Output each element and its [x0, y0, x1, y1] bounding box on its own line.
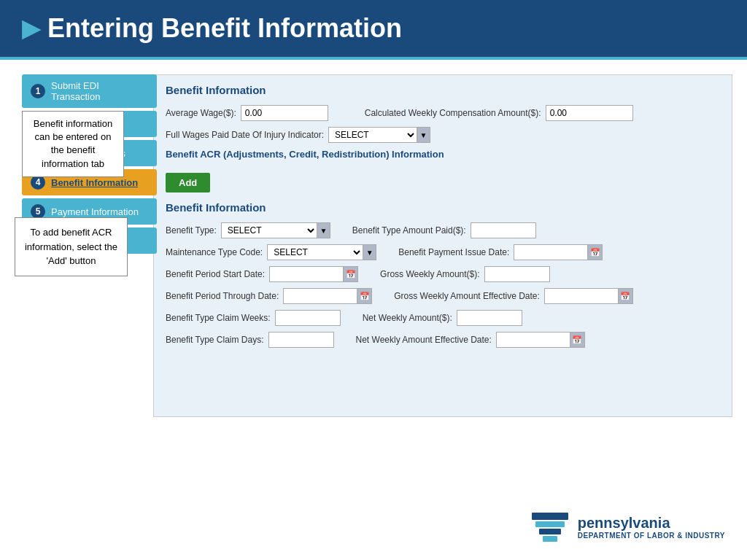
svg-rect-1 [535, 521, 565, 527]
page-header: ▶ Entering Benefit Information [0, 0, 747, 57]
benefit-period-start-group: Benefit Period Start Date: 📅 [166, 266, 358, 282]
avg-wage-input[interactable] [241, 105, 328, 121]
form-area: Benefit Information Average Wage($): Cal… [153, 74, 732, 417]
form-row-claim-days: Benefit Type Claim Days: Net Weekly Amou… [166, 332, 720, 348]
svg-rect-2 [539, 529, 561, 534]
benefit-period-start-calendar-icon[interactable]: 📅 [343, 267, 357, 281]
nav-num-5: 5 [31, 204, 45, 219]
pa-state-name: pennsylvania [578, 515, 725, 532]
callout-add-button: To add benefit ACR information, select t… [15, 217, 128, 276]
callout-benefit-info: Benefit information can be entered on th… [22, 111, 124, 177]
page-title: Entering Benefit Information [47, 13, 402, 44]
maintenance-type-group: Maintenance Type Code: SELECT ▼ [166, 244, 376, 260]
calc-weekly-input[interactable] [546, 105, 633, 121]
page-footer: pennsylvania DEPARTMENT OF LABOR & INDUS… [528, 509, 725, 545]
avg-wage-label: Average Wage($): [166, 108, 236, 118]
maintenance-type-label: Maintenance Type Code: [166, 247, 263, 257]
benefit-claim-days-label: Benefit Type Claim Days: [166, 335, 264, 345]
gross-weekly-eff-calendar-icon[interactable]: 📅 [618, 289, 632, 303]
benefit-type-select-arrow-icon[interactable]: ▼ [317, 223, 330, 238]
form-row-benefit-type: Benefit Type: SELECT ▼ Benefit Type Amou… [166, 222, 720, 238]
callout-add-button-text: To add benefit ACR information, select t… [25, 227, 117, 266]
full-wages-select-wrapper[interactable]: SELECT ▼ [328, 127, 430, 143]
benefit-claim-weeks-label: Benefit Type Claim Weeks: [166, 313, 271, 323]
benefit-type-select[interactable]: SELECT [222, 223, 317, 238]
nav-item-submit-edi[interactable]: 1 Submit EDI Transaction [22, 74, 157, 108]
form-row-benefit-period-through: Benefit Period Through Date: 📅 Gross Wee… [166, 288, 720, 304]
net-weekly-label: Net Weekly Amount($): [363, 313, 452, 323]
calc-weekly-group: Calculated Weekly Compensation Amount($)… [365, 105, 633, 121]
nav-num-4: 4 [31, 175, 45, 190]
form-row-maintenance-type: Maintenance Type Code: SELECT ▼ Benefit … [166, 244, 720, 260]
form-row-benefit-period-start: Benefit Period Start Date: 📅 Gross Weekl… [166, 266, 720, 282]
form-row-claim-weeks: Benefit Type Claim Weeks: Net Weekly Amo… [166, 310, 720, 326]
net-weekly-input[interactable] [457, 310, 522, 326]
form-row-full-wages: Full Wages Paid Date Of Injury Indicator… [166, 127, 720, 143]
benefit-period-through-wrapper[interactable]: 📅 [283, 288, 372, 304]
net-weekly-eff-input[interactable] [497, 332, 570, 347]
benefit-payment-date-wrapper[interactable]: 📅 [514, 244, 603, 260]
form-row-wages: Average Wage($): Calculated Weekly Compe… [166, 105, 720, 121]
benefit-period-start-input[interactable] [270, 267, 343, 281]
net-weekly-eff-group: Net Weekly Amount Effective Date: 📅 [356, 332, 585, 348]
add-button[interactable]: Add [166, 173, 210, 192]
benefit-period-start-wrapper[interactable]: 📅 [269, 266, 358, 282]
benefit-payment-group: Benefit Payment Issue Date: 📅 [398, 244, 603, 260]
gross-weekly-group: Gross Weekly Amount($): [380, 266, 550, 282]
gross-weekly-label: Gross Weekly Amount($): [380, 269, 480, 279]
full-wages-group: Full Wages Paid Date Of Injury Indicator… [166, 127, 430, 143]
net-weekly-group: Net Weekly Amount($): [363, 310, 522, 326]
nav-label-4: Benefit Information [51, 177, 138, 188]
benefit-type-amount-label: Benefit Type Amount Paid($): [352, 225, 466, 236]
gross-weekly-eff-wrapper[interactable]: 📅 [544, 288, 633, 304]
benefit-claim-weeks-input[interactable] [275, 310, 341, 326]
net-weekly-eff-wrapper[interactable]: 📅 [496, 332, 585, 348]
benefit-period-through-input[interactable] [284, 289, 357, 303]
pa-logo-text: pennsylvania DEPARTMENT OF LABOR & INDUS… [578, 515, 725, 540]
left-area: Benefit information can be entered on th… [15, 74, 153, 417]
benefit-period-through-label: Benefit Period Through Date: [166, 291, 279, 301]
benefit-type-amount-group: Benefit Type Amount Paid($): [352, 222, 536, 238]
acr-title: Benefit ACR (Adjustments, Credit, Redist… [166, 149, 720, 160]
benefit-info-title: Benefit Information [166, 84, 720, 96]
gross-weekly-input[interactable] [484, 266, 550, 282]
benefit-claim-days-input[interactable] [268, 332, 334, 348]
benefit-claim-weeks-group: Benefit Type Claim Weeks: [166, 310, 341, 326]
maintenance-type-select-wrapper[interactable]: SELECT ▼ [267, 244, 376, 260]
net-weekly-eff-label: Net Weekly Amount Effective Date: [356, 335, 492, 345]
maintenance-type-select-arrow-icon[interactable]: ▼ [363, 245, 376, 260]
benefit-period-through-group: Benefit Period Through Date: 📅 [166, 288, 372, 304]
benefit-payment-calendar-icon[interactable]: 📅 [587, 245, 602, 260]
benefit-payment-label: Benefit Payment Issue Date: [398, 247, 509, 257]
pa-dept-name: DEPARTMENT OF LABOR & INDUSTRY [578, 532, 725, 540]
gross-weekly-eff-label: Gross Weekly Amount Effective Date: [394, 291, 540, 301]
gross-weekly-eff-input[interactable] [545, 289, 618, 303]
svg-rect-0 [532, 513, 568, 520]
nav-label-1: Submit EDI Transaction [51, 80, 148, 102]
benefit-type-label: Benefit Type: [166, 225, 217, 236]
callout-benefit-info-text: Benefit information can be entered on th… [34, 118, 112, 169]
nav-label-5: Payment Information [51, 206, 139, 217]
benefit-period-through-calendar-icon[interactable]: 📅 [357, 289, 371, 303]
benefit-payment-date-input[interactable] [514, 245, 587, 260]
maintenance-type-select[interactable]: SELECT [268, 245, 363, 260]
avg-wage-group: Average Wage($): [166, 105, 328, 121]
full-wages-label: Full Wages Paid Date Of Injury Indicator… [166, 130, 324, 140]
svg-rect-3 [543, 536, 557, 542]
benefit-claim-days-group: Benefit Type Claim Days: [166, 332, 334, 348]
main-content: Benefit information can be entered on th… [0, 60, 747, 424]
benefit-type-group: Benefit Type: SELECT ▼ [166, 222, 330, 238]
calc-weekly-label: Calculated Weekly Compensation Amount($)… [365, 108, 541, 118]
full-wages-select[interactable]: SELECT [329, 128, 417, 142]
pa-logo-icon [528, 509, 572, 545]
benefit-type-select-wrapper[interactable]: SELECT ▼ [221, 222, 330, 238]
benefit-info-title2: Benefit Information [166, 201, 720, 214]
header-arrow-icon: ▶ [22, 15, 40, 42]
nav-num-1: 1 [31, 84, 45, 98]
net-weekly-eff-calendar-icon[interactable]: 📅 [570, 332, 584, 347]
benefit-type-amount-input[interactable] [471, 222, 536, 238]
gross-weekly-eff-group: Gross Weekly Amount Effective Date: 📅 [394, 288, 633, 304]
full-wages-select-arrow-icon[interactable]: ▼ [417, 128, 430, 142]
benefit-period-start-label: Benefit Period Start Date: [166, 269, 265, 279]
